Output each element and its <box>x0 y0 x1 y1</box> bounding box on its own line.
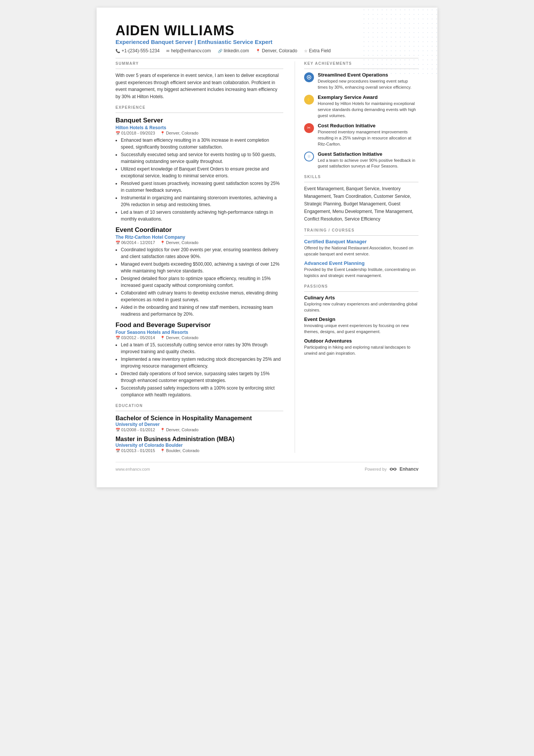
summary-divider <box>116 69 283 69</box>
achievement-content-2: Cost Reduction Initiative Pioneered inve… <box>318 123 418 147</box>
passions-divider <box>304 291 418 292</box>
training-1: Advanced Event Planning Provided by the … <box>304 260 418 279</box>
edu-school-0: University of Denver <box>116 422 283 427</box>
bullet-item: Designed detailed floor plans to optimiz… <box>121 275 283 289</box>
right-column: KEY ACHIEVEMENTS Streamlined Event Opera… <box>295 61 418 453</box>
job-location-1: Denver, Colorado <box>160 240 198 245</box>
header-divider <box>116 58 418 58</box>
job-0: Banquet Server Hilton Hotels & Resorts 0… <box>116 117 283 222</box>
edu-cal-icon-0 <box>116 427 120 432</box>
edu-degree-1: Master in Business Administration (MBA) <box>116 436 283 443</box>
enhancv-brand-name: Enhancv <box>400 466 418 472</box>
job-bullets-2: Led a team of 15, successfully cutting s… <box>121 341 283 398</box>
education-label: EDUCATION <box>116 404 283 408</box>
cal-icon-2 <box>116 336 120 340</box>
job-1: Event Coordinator The Ritz-Carlton Hotel… <box>116 226 283 318</box>
achievement-content-0: Streamlined Event Operations Developed n… <box>318 72 418 91</box>
bullet-item: Utilized expert knowledge of Banquet Eve… <box>121 166 283 179</box>
achievement-icon-1: ⚡ <box>304 95 314 105</box>
job-title-1: Event Coordinator <box>116 226 283 234</box>
cal-icon-0 <box>116 131 120 135</box>
resume-page: AIDEN WILLIAMS Experienced Banquet Serve… <box>97 8 437 487</box>
passion-title-0: Culinary Arts <box>304 295 418 301</box>
candidate-name: AIDEN WILLIAMS <box>116 23 418 39</box>
job-date-2: 03/2012 - 05/2014 <box>116 335 155 340</box>
skills-label: SKILLS <box>304 175 418 179</box>
training-title-0: Certified Banquet Manager <box>304 239 418 244</box>
achievement-2: ✂ Cost Reduction Initiative Pioneered in… <box>304 123 418 147</box>
achievements-divider <box>304 69 418 69</box>
cal-icon-1 <box>116 241 120 245</box>
passion-desc-2: Participating in hiking and exploring na… <box>304 344 418 357</box>
edu-pin-icon-0 <box>160 427 165 432</box>
achievement-icon-0 <box>304 72 314 82</box>
job-date-1: 06/2014 - 12/2017 <box>116 240 155 245</box>
email-icon <box>166 49 169 53</box>
edu-pin-icon-1 <box>160 448 165 453</box>
job-meta-1: 06/2014 - 12/2017 Denver, Colorado <box>116 240 283 245</box>
candidate-tagline: Experienced Banquet Server | Enthusiasti… <box>116 39 418 45</box>
training-desc-0: Offered by the National Restaurant Assoc… <box>304 245 418 257</box>
passion-desc-1: Innovating unique event experiences by f… <box>304 323 418 335</box>
link-icon <box>218 49 222 53</box>
skills-divider <box>304 182 418 182</box>
achievement-icon-2: ✂ <box>304 123 314 133</box>
main-columns: SUMMARY With over 5 years of experience … <box>116 61 418 453</box>
footer-website: www.enhancv.com <box>116 467 150 471</box>
experience-divider <box>116 113 283 113</box>
achievement-content-3: Guest Satisfaction Initiative Led a team… <box>318 151 418 170</box>
job-title-2: Food and Beverage Supervisor <box>116 321 283 329</box>
enhancv-logo-icon <box>389 466 397 472</box>
bullet-item: Aided in the onboarding and training of … <box>121 304 283 318</box>
location-icon <box>256 49 260 53</box>
contact-website: linkedin.com <box>218 48 249 53</box>
job-bullets-0: Enhanced team efficiency resulting in a … <box>121 137 283 222</box>
header-section: AIDEN WILLIAMS Experienced Banquet Serve… <box>116 23 418 53</box>
contact-location: Denver, Colorado <box>256 48 297 53</box>
bullet-item: Successfully passed safety inspections w… <box>121 385 283 398</box>
job-location-2: Denver, Colorado <box>160 335 198 340</box>
footer: www.enhancv.com Powered by Enhancv <box>116 462 418 472</box>
edu-cal-icon-1 <box>116 448 120 453</box>
passion-2: Outdoor Adventures Participating in hiki… <box>304 338 418 357</box>
training-0: Certified Banquet Manager Offered by the… <box>304 239 418 257</box>
job-bullets-1: Coordinated logistics for over 200 event… <box>121 246 283 318</box>
job-location-0: Denver, Colorado <box>160 131 198 135</box>
bullet-item: Resolved guest issues proactively, incre… <box>121 180 283 194</box>
bullet-item: Implemented a new inventory system reduc… <box>121 356 283 369</box>
extra-icon <box>304 49 308 53</box>
job-company-1: The Ritz-Carlton Hotel Company <box>116 235 283 240</box>
passion-desc-0: Exploring new culinary experiences and u… <box>304 301 418 313</box>
contact-email: help@enhancv.com <box>166 48 211 53</box>
pin-icon-0 <box>160 131 165 135</box>
contact-bar: +1-(234)-555-1234 help@enhancv.com linke… <box>116 48 418 53</box>
bullet-item: Successfully executed setup and service … <box>121 151 283 165</box>
achievement-3: ☆ Guest Satisfaction Initiative Led a te… <box>304 151 418 170</box>
contact-phone: +1-(234)-555-1234 <box>116 48 159 53</box>
passions-label: PASSIONS <box>304 284 418 288</box>
achievement-1: ⚡ Exemplary Service Award Honored by Hil… <box>304 94 418 119</box>
achievements-label: KEY ACHIEVEMENTS <box>304 61 418 66</box>
training-desc-1: Provided by the Event Leadership Institu… <box>304 267 418 279</box>
job-meta-0: 01/2018 - 09/2023 Denver, Colorado <box>116 131 283 135</box>
experience-label: EXPERIENCE <box>116 105 283 110</box>
contact-extra: Extra Field <box>304 48 331 53</box>
bullet-item: Managed event budgets exceeding $500,000… <box>121 261 283 274</box>
svg-point-1 <box>308 77 310 78</box>
edu-school-1: University of Colorado Boulder <box>116 443 283 448</box>
pin-icon-1 <box>160 241 165 245</box>
job-title-0: Banquet Server <box>116 117 283 124</box>
job-2: Food and Beverage Supervisor Four Season… <box>116 321 283 398</box>
training-divider <box>304 235 418 236</box>
achievement-content-1: Exemplary Service Award Honored by Hilto… <box>318 94 418 119</box>
edu-meta-0: 01/2008 - 01/2012 Denver, Colorado <box>116 427 283 432</box>
education-divider <box>116 411 283 411</box>
pin-icon-2 <box>160 336 165 340</box>
bullet-item: Instrumental in organizing and maintaini… <box>121 194 283 208</box>
skills-text: Event Management, Banquet Service, Inven… <box>304 185 418 223</box>
job-company-0: Hilton Hotels & Resorts <box>116 125 283 130</box>
edu-degree-0: Bachelor of Science in Hospitality Manag… <box>116 415 283 422</box>
footer-brand: Powered by Enhancv <box>365 466 418 472</box>
passion-1: Event Design Innovating unique event exp… <box>304 316 418 335</box>
phone-icon <box>116 49 120 53</box>
